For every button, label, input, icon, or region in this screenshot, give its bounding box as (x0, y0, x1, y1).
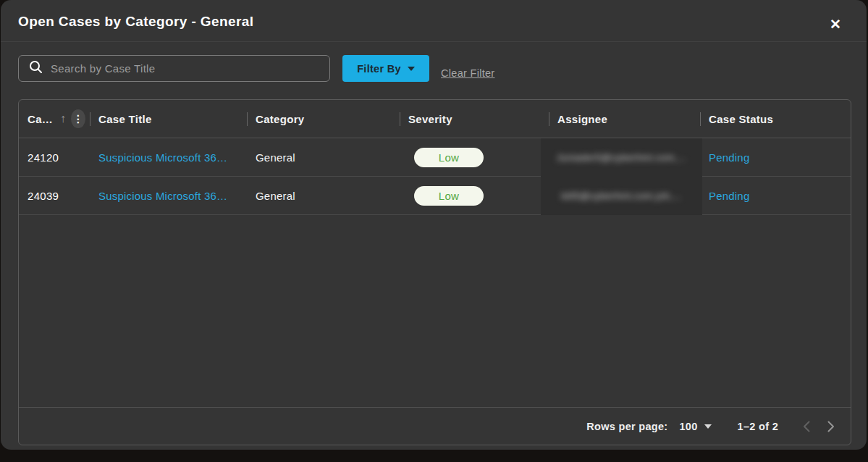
next-page-button[interactable] (819, 414, 843, 439)
filter-by-button[interactable]: Filter By (342, 55, 429, 82)
rows-per-page-value: 100 (680, 421, 698, 432)
chevron-down-icon (704, 424, 712, 429)
assignee-cell: Juniader5@cyberhint.com,... (549, 138, 700, 176)
category-cell: General (247, 177, 400, 214)
column-header-category[interactable]: Category (247, 100, 400, 138)
severity-badge: Low (414, 148, 484, 167)
case-id-cell: 24120 (19, 138, 90, 176)
case-status-link[interactable]: Pending (709, 190, 749, 202)
rows-per-page-select[interactable]: 100 (680, 421, 712, 432)
case-title-link[interactable]: Suspicious Microsoft 36… (98, 190, 227, 202)
case-id-header-label: Ca… (28, 113, 53, 125)
column-menu-button[interactable]: ⋮ (71, 109, 85, 128)
column-header-case-id[interactable]: Ca… ↑ ⋮ (19, 100, 90, 138)
case-title-link[interactable]: Suspicious Microsoft 36… (98, 151, 227, 164)
search-input[interactable] (51, 62, 311, 75)
column-header-case-title[interactable]: Case Title (90, 100, 247, 138)
table-header-row: Ca… ↑ ⋮ Case Title Category Severity Ass… (19, 100, 851, 138)
sort-ascending-icon[interactable]: ↑ (60, 112, 66, 125)
severity-badge: Low (414, 186, 484, 206)
modal-header: Open Cases by Category - General ✕ (1, 0, 867, 42)
search-icon (29, 60, 43, 77)
pagination-bar: Rows per page: 100 1–2 of 2 (19, 407, 851, 445)
close-icon[interactable]: ✕ (826, 14, 845, 33)
column-header-severity[interactable]: Severity (400, 100, 549, 138)
page-title: Open Cases by Category - General (18, 14, 253, 30)
category-cell: General (247, 138, 400, 176)
clear-filter-link[interactable]: Clear Filter (441, 67, 495, 79)
kebab-menu-icon: ⋮ (73, 113, 83, 125)
assignee-cell: bill5@cyberhint.com.joh,... (549, 177, 700, 214)
table-empty-area (19, 215, 851, 407)
chevron-down-icon (408, 67, 415, 71)
assignee-redacted-blur: bill5@cyberhint.com.joh,... (541, 177, 702, 215)
column-header-assignee[interactable]: Assignee (549, 100, 700, 138)
search-box[interactable] (18, 55, 330, 82)
rows-per-page-label: Rows per page: (586, 421, 667, 432)
chevron-right-icon (827, 421, 835, 432)
previous-page-button[interactable] (794, 414, 819, 439)
column-header-case-status[interactable]: Case Status (700, 100, 851, 138)
assignee-redacted-blur: Juniader5@cyberhint.com,... (541, 138, 702, 177)
case-id-cell: 24039 (19, 177, 90, 214)
pagination-range: 1–2 of 2 (738, 421, 778, 432)
case-status-link[interactable]: Pending (709, 151, 749, 164)
chevron-left-icon (803, 421, 810, 432)
open-cases-modal: Open Cases by Category - General ✕ Filte… (1, 0, 867, 450)
filter-by-label: Filter By (357, 63, 401, 75)
table-row: 24039 Suspicious Microsoft 36… General L… (19, 177, 851, 215)
table-row: 24120 Suspicious Microsoft 36… General L… (19, 138, 851, 177)
cases-table: Ca… ↑ ⋮ Case Title Category Severity Ass… (18, 99, 851, 445)
